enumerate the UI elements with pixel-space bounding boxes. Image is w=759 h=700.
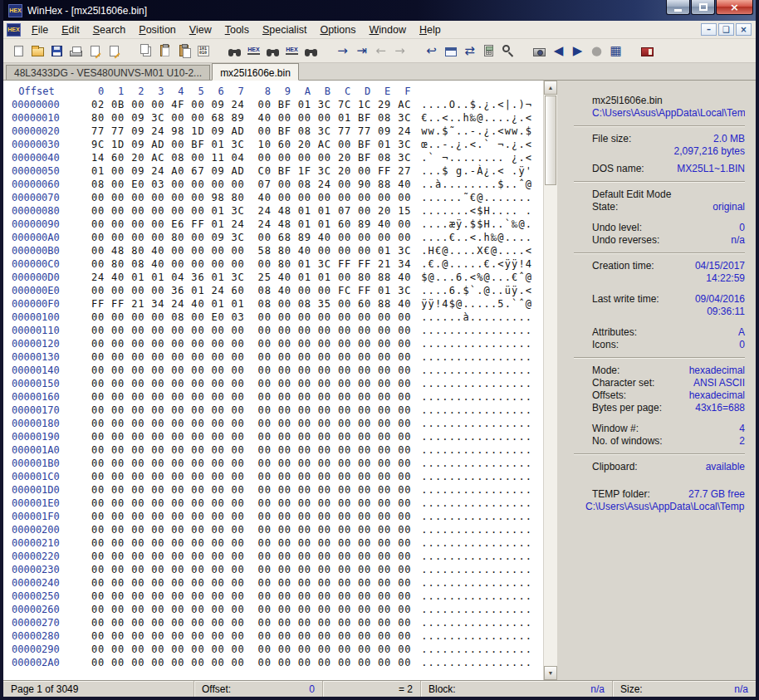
forward-button[interactable]: → [390,42,409,61]
row-bytes[interactable]: 00 00 00 00 00 00 00 00 00 00 00 00 00 0… [91,523,411,536]
row-ascii[interactable]: €..<..h‰@....¿.< [421,111,532,125]
mdi-restore-button[interactable]: ❑ [718,23,734,36]
new-file-button[interactable] [9,42,28,61]
row-ascii[interactable]: ................ [421,523,532,536]
row-ascii[interactable]: ....6.$`.@..üÿ.< [421,284,532,297]
row-bytes[interactable]: 00 00 00 00 08 00 E0 03 00 00 00 00 00 0… [91,311,411,324]
menu-help[interactable]: Help [413,22,448,38]
row-ascii[interactable]: .` ¬........ ¿.< [421,151,532,164]
row-ascii[interactable]: ................ [421,563,532,576]
row-ascii[interactable]: $@...6.<%@...€ˆ@ [421,271,532,284]
maximize-button[interactable] [691,0,715,15]
binary-conversion-button[interactable]: 101 010 [193,42,213,61]
menu-file[interactable]: File [25,22,55,38]
row-ascii[interactable]: ................ [421,550,532,563]
row-bytes[interactable]: 00 00 00 00 00 00 00 00 00 00 00 00 00 0… [91,550,411,563]
goto-offset-button[interactable]: → [333,42,352,61]
row-bytes[interactable]: 77 77 09 24 98 1D 09 AD 00 BF 08 3C 77 7… [91,125,411,138]
screenshot-button[interactable] [530,42,549,61]
help-button[interactable] [638,42,657,61]
row-ascii[interactable]: ................ [421,350,532,364]
row-bytes[interactable]: 00 80 08 40 00 00 00 00 00 80 01 3C FF F… [91,257,411,271]
row-bytes[interactable]: 00 00 00 00 00 00 00 00 00 00 00 00 00 0… [91,643,411,656]
row-bytes[interactable]: 24 40 01 01 04 36 01 3C 25 40 01 01 00 8… [91,271,411,284]
row-bytes[interactable]: 01 00 09 24 A0 67 09 AD C0 BF 1F 3C 20 0… [91,164,411,178]
row-bytes[interactable]: 00 00 00 00 00 00 01 3C 24 48 01 01 07 0… [91,204,411,218]
menu-specialist[interactable]: Specialist [256,22,314,38]
row-bytes[interactable]: 00 00 00 00 00 00 00 00 00 00 00 00 00 0… [91,563,411,576]
row-ascii[interactable]: ................ [421,576,532,590]
row-ascii[interactable]: ................ [421,443,532,457]
row-ascii[interactable]: ................ [421,590,532,603]
row-bytes[interactable]: FF FF 21 34 24 40 01 01 08 00 08 35 00 6… [91,297,411,311]
menu-options[interactable]: Options [313,22,362,38]
row-ascii[interactable]: ....æÿ.$$H..`‰@. [421,218,532,231]
row-ascii[interactable]: ......˜€@....... [421,191,532,204]
row-bytes[interactable]: 00 00 00 00 00 00 00 00 00 00 00 00 00 0… [91,536,411,550]
row-ascii[interactable]: ................ [421,470,532,483]
goto-again-button[interactable]: ⇥ [352,42,371,61]
find-hex-button[interactable]: HEX [244,42,263,61]
menu-edit[interactable]: Edit [55,22,86,38]
scrollbar-thumb[interactable] [545,95,556,185]
undo-button[interactable]: ↩ [422,42,441,61]
row-bytes[interactable]: 00 00 00 00 00 00 00 00 00 00 00 00 00 0… [91,457,411,470]
copy-button[interactable] [136,42,155,61]
previous-window-button[interactable]: ◀ [549,42,568,61]
row-bytes[interactable]: 00 00 00 00 00 00 00 00 00 00 00 00 00 0… [91,656,411,669]
row-ascii[interactable]: ...$ g.-À¿.< .ÿ' [421,164,532,178]
converter-button[interactable]: ⇄ [460,42,479,61]
row-bytes[interactable]: 00 00 00 00 00 00 00 00 00 00 00 00 00 0… [91,470,411,483]
paste-button[interactable] [155,42,174,61]
row-ascii[interactable]: ................ [421,629,532,643]
row-bytes[interactable]: 00 00 00 00 00 00 00 00 00 00 00 00 00 0… [91,390,411,404]
scroll-down-button[interactable]: ▼ [544,666,557,680]
replace-hex-button[interactable]: HEX [282,42,301,61]
save-button[interactable] [47,42,66,61]
row-bytes[interactable]: 00 00 00 00 00 00 00 00 00 00 00 00 00 0… [91,497,411,510]
row-bytes[interactable]: 00 00 00 00 00 00 00 00 00 00 00 00 00 0… [91,483,411,497]
mdi-minimize-button[interactable]: – [701,23,717,36]
row-ascii[interactable]: ................ [421,417,532,430]
analyze-button[interactable] [498,42,517,61]
next-window-button[interactable]: ▶ [568,42,587,61]
row-bytes[interactable]: 9C 1D 09 AD 00 BF 01 3C 10 60 20 AC 00 B… [91,138,411,151]
row-ascii[interactable]: ................ [421,656,532,669]
row-bytes[interactable]: 00 00 00 00 00 00 00 00 00 00 00 00 00 0… [91,337,411,350]
row-bytes[interactable]: 00 48 80 40 00 00 00 00 58 80 40 00 00 0… [91,244,411,257]
row-ascii[interactable]: ................ [421,377,532,390]
scroll-up-button[interactable]: ▲ [544,81,557,95]
row-bytes[interactable]: 80 00 09 3C 00 00 68 89 40 00 00 00 01 B… [91,111,411,125]
calculator-button[interactable] [479,42,498,61]
row-bytes[interactable]: 00 00 00 00 00 00 00 00 00 00 00 00 00 0… [91,324,411,337]
minimize-button[interactable] [666,0,690,15]
clipboard-write-button[interactable] [174,42,193,61]
row-bytes[interactable]: 08 00 E0 03 00 00 00 00 07 00 08 24 00 9… [91,178,411,191]
row-ascii[interactable]: ................ [421,364,532,377]
row-ascii[interactable]: ................ [421,430,532,443]
row-ascii[interactable]: .H€@....X€@....< [421,244,532,257]
row-ascii[interactable]: ................ [421,324,532,337]
row-ascii[interactable]: ................ [421,616,532,629]
back-button[interactable]: ← [371,42,390,61]
row-bytes[interactable]: 00 00 00 00 00 00 00 00 00 00 00 00 00 0… [91,576,411,590]
row-bytes[interactable]: 00 00 00 00 00 00 00 00 00 00 00 00 00 0… [91,616,411,629]
row-ascii[interactable]: ....€..<.h‰@.... [421,231,532,244]
vertical-scrollbar[interactable]: ▲ ▼ [543,81,557,680]
row-ascii[interactable]: ................ [421,603,532,616]
row-bytes[interactable]: 00 00 00 00 00 00 00 00 00 00 00 00 00 0… [91,603,411,616]
document-icon[interactable]: HEX [7,23,21,37]
row-ascii[interactable]: ................ [421,536,532,550]
row-ascii[interactable]: ................ [421,483,532,497]
row-ascii[interactable]: ......à......... [421,311,532,324]
find-text-button[interactable] [225,42,244,61]
continue-search-button[interactable] [263,42,282,61]
row-ascii[interactable]: ................ [421,404,532,417]
row-ascii[interactable]: ..à........$..ˆ@ [421,178,532,191]
row-bytes[interactable]: 14 60 20 AC 08 00 11 04 00 00 00 00 20 B… [91,151,411,164]
row-ascii[interactable]: ....O..$.¿.<|.)¬ [421,98,532,111]
row-ascii[interactable]: .€.@.....€.<ÿÿ!4 [421,257,532,271]
row-bytes[interactable]: 00 00 00 00 E6 FF 01 24 24 48 01 01 60 8… [91,218,411,231]
row-bytes[interactable]: 00 00 00 00 00 00 00 00 00 00 00 00 00 0… [91,590,411,603]
menu-view[interactable]: View [183,22,218,38]
